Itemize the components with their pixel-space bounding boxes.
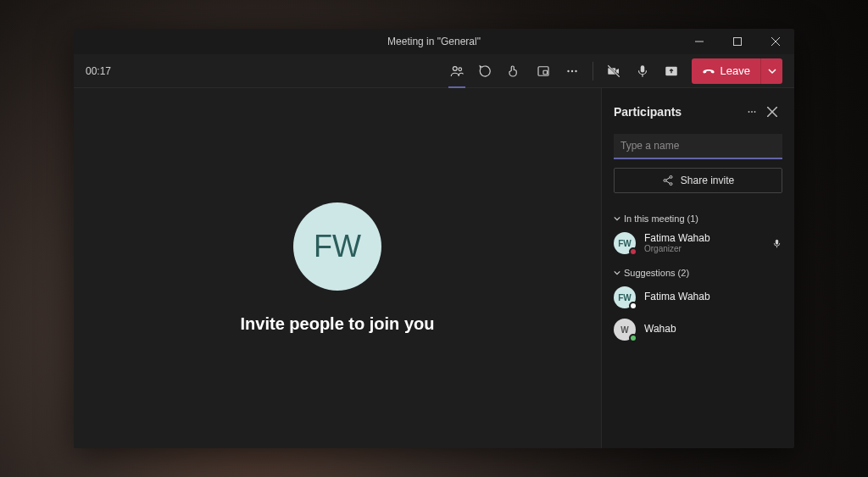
- mic-toggle[interactable]: [629, 58, 656, 85]
- maximize-button[interactable]: [718, 29, 756, 54]
- chevron-down-icon: [768, 67, 776, 75]
- suggestion-row[interactable]: W Wahab: [614, 317, 782, 342]
- section-suggestions-header[interactable]: Suggestions (2): [614, 268, 782, 278]
- share-screen-button[interactable]: [658, 58, 685, 85]
- section-in-meeting-header[interactable]: In this meeting (1): [614, 214, 782, 224]
- participant-role: Organizer: [644, 244, 710, 253]
- participants-toggle[interactable]: [443, 58, 470, 85]
- avatar: FW: [614, 286, 636, 308]
- participants-panel: Participants Share invite In this meetin…: [601, 88, 794, 448]
- suggestion-row[interactable]: FW Fatima Wahab: [614, 285, 782, 310]
- hangup-icon: [702, 64, 715, 78]
- minimize-button[interactable]: [680, 29, 718, 54]
- leave-button[interactable]: Leave: [692, 58, 782, 84]
- section-suggestions-label: Suggestions (2): [624, 268, 689, 278]
- self-avatar: FW: [293, 202, 381, 291]
- meeting-timer: 00:17: [86, 65, 111, 77]
- main-stage: FW Invite people to join you: [74, 88, 601, 448]
- close-button[interactable]: [756, 29, 794, 54]
- share-invite-label: Share invite: [681, 175, 734, 186]
- in-meeting-list: FW Fatima Wahab Organizer: [614, 230, 782, 256]
- caret-down-icon: [614, 215, 620, 222]
- suggestion-name: Wahab: [644, 324, 676, 335]
- svg-point-5: [459, 67, 462, 70]
- svg-line-25: [666, 181, 670, 184]
- mic-status-icon: [771, 238, 782, 249]
- meeting-body: FW Invite people to join you Participant…: [74, 88, 794, 448]
- svg-rect-26: [776, 239, 778, 244]
- status-badge: [629, 247, 637, 256]
- svg-rect-1: [733, 38, 741, 46]
- reactions-toggle[interactable]: [501, 58, 528, 85]
- leave-label: Leave: [721, 64, 750, 77]
- svg-point-9: [570, 69, 572, 71]
- share-invite-button[interactable]: Share invite: [614, 168, 782, 193]
- participant-name: Fatima Wahab: [644, 233, 710, 244]
- meeting-toolbar: 00:17: [74, 54, 794, 88]
- avatar: FW: [614, 232, 636, 254]
- share-icon: [662, 175, 674, 186]
- invite-name-input[interactable]: [614, 134, 782, 159]
- leave-main[interactable]: Leave: [692, 58, 760, 84]
- invite-message: Invite people to join you: [241, 314, 435, 334]
- suggestions-list: FW Fatima Wahab W Wahab: [614, 285, 782, 342]
- suggestion-name: Fatima Wahab: [644, 291, 710, 302]
- panel-title: Participants: [614, 105, 742, 119]
- status-badge: [629, 302, 637, 310]
- svg-point-17: [751, 111, 753, 113]
- caret-down-icon: [614, 269, 620, 276]
- participant-row[interactable]: FW Fatima Wahab Organizer: [614, 230, 782, 256]
- rooms-toggle[interactable]: [530, 58, 557, 85]
- leave-menu-caret[interactable]: [760, 58, 782, 84]
- section-in-meeting-label: In this meeting (1): [624, 214, 698, 224]
- svg-point-8: [567, 69, 569, 71]
- avatar-initials: FW: [314, 229, 361, 264]
- titlebar: Meeting in "General": [74, 29, 794, 54]
- window-title: Meeting in "General": [387, 36, 481, 47]
- svg-point-16: [748, 111, 750, 113]
- svg-point-22: [664, 180, 666, 182]
- svg-rect-7: [543, 70, 548, 75]
- more-actions-button[interactable]: [559, 58, 586, 85]
- svg-point-23: [670, 183, 672, 186]
- chat-toggle[interactable]: [472, 58, 499, 85]
- meeting-window: Meeting in "General" 00:17: [74, 29, 794, 448]
- svg-line-24: [666, 178, 670, 180]
- svg-point-18: [754, 111, 756, 113]
- avatar: W: [614, 319, 636, 341]
- svg-rect-13: [640, 65, 644, 72]
- camera-toggle[interactable]: [600, 58, 627, 85]
- status-badge: [629, 334, 637, 342]
- svg-point-21: [670, 175, 672, 178]
- svg-point-10: [575, 69, 576, 71]
- svg-point-4: [453, 66, 457, 70]
- toolbar-divider: [593, 62, 593, 80]
- panel-close-button[interactable]: [762, 102, 782, 122]
- panel-more-button[interactable]: [742, 102, 762, 122]
- window-controls: [680, 29, 794, 54]
